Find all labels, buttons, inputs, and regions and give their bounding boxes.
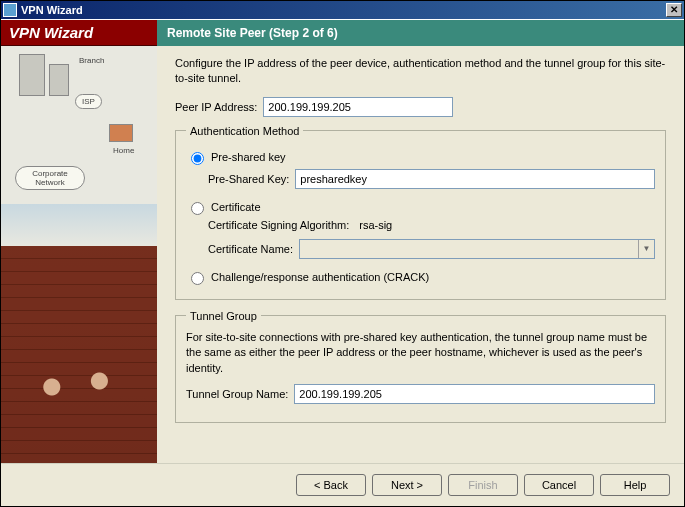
sidebar-illustration: Branch ISP Home Corporate Network bbox=[1, 46, 157, 463]
close-button[interactable]: ✕ bbox=[666, 3, 682, 17]
building-icon bbox=[19, 54, 45, 96]
people-photo bbox=[11, 339, 147, 459]
tunnel-name-input[interactable] bbox=[294, 384, 655, 404]
radio-psk-label: Pre-shared key bbox=[211, 151, 286, 163]
finish-button: Finish bbox=[448, 474, 518, 496]
radio-psk[interactable] bbox=[191, 152, 204, 165]
radio-crack-label: Challenge/response authentication (CRACK… bbox=[211, 271, 429, 283]
cert-algo-value: rsa-sig bbox=[359, 219, 392, 231]
radio-cert-label: Certificate bbox=[211, 201, 261, 213]
help-button[interactable]: Help bbox=[600, 474, 670, 496]
cert-name-label: Certificate Name: bbox=[208, 243, 293, 255]
radio-crack[interactable] bbox=[191, 272, 204, 285]
cloud-isp: ISP bbox=[75, 94, 102, 109]
label-branch: Branch bbox=[79, 56, 104, 65]
label-home: Home bbox=[113, 146, 134, 155]
cancel-button[interactable]: Cancel bbox=[524, 474, 594, 496]
next-button[interactable]: Next > bbox=[372, 474, 442, 496]
tunnel-desc: For site-to-site connections with pre-sh… bbox=[186, 330, 655, 376]
chevron-down-icon: ▼ bbox=[638, 240, 654, 258]
auth-method-group: Authentication Method Pre-shared key Pre… bbox=[175, 125, 666, 300]
psk-input[interactable] bbox=[295, 169, 655, 189]
wizard-sidebar: VPN Wizard Branch ISP Home Corporate Net… bbox=[1, 20, 157, 463]
tunnel-group: Tunnel Group For site-to-site connection… bbox=[175, 310, 666, 423]
back-button[interactable]: < Back bbox=[296, 474, 366, 496]
step-header: Remote Site Peer (Step 2 of 6) bbox=[157, 20, 684, 46]
cert-name-select[interactable]: ▼ bbox=[299, 239, 655, 259]
step-description: Configure the IP address of the peer dev… bbox=[175, 56, 666, 87]
cloud-corp: Corporate Network bbox=[15, 166, 85, 190]
radio-cert[interactable] bbox=[191, 202, 204, 215]
building-icon bbox=[49, 64, 69, 96]
app-icon bbox=[3, 3, 17, 17]
window-title: VPN Wizard bbox=[21, 4, 83, 16]
sidebar-title: VPN Wizard bbox=[1, 20, 157, 46]
peer-ip-input[interactable] bbox=[263, 97, 453, 117]
peer-ip-label: Peer IP Address: bbox=[175, 101, 257, 113]
button-bar: < Back Next > Finish Cancel Help bbox=[1, 463, 684, 506]
auth-legend: Authentication Method bbox=[186, 125, 303, 137]
cert-algo-label: Certificate Signing Algorithm: bbox=[208, 219, 349, 231]
titlebar: VPN Wizard ✕ bbox=[1, 1, 684, 19]
tunnel-legend: Tunnel Group bbox=[186, 310, 261, 322]
psk-label: Pre-Shared Key: bbox=[208, 173, 289, 185]
tunnel-name-label: Tunnel Group Name: bbox=[186, 388, 288, 400]
home-icon bbox=[109, 124, 133, 142]
